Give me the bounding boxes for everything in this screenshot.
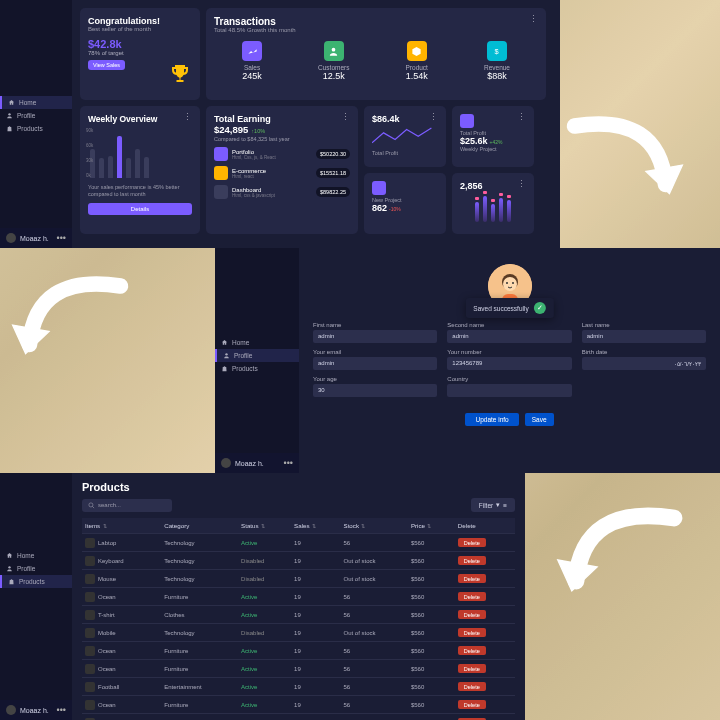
eq-bar: [475, 202, 479, 222]
row-value: $15521.18: [316, 168, 350, 178]
product-thumb: [85, 538, 95, 548]
sidebar-item-profile[interactable]: Profile: [0, 562, 72, 575]
field-number: Your number123456789: [447, 349, 571, 370]
sidebar-item-products[interactable]: Products: [0, 122, 72, 135]
last_name-input[interactable]: admin: [582, 330, 706, 343]
user-menu-icon[interactable]: •••: [284, 458, 293, 468]
delete-button[interactable]: Delete: [458, 556, 486, 565]
sidebar-item-profile[interactable]: Profile: [215, 349, 299, 362]
field-label: Country: [447, 376, 571, 382]
cell-category: Furniture: [161, 660, 238, 678]
delete-button[interactable]: Delete: [458, 682, 486, 691]
card-more-icon[interactable]: ⋮: [529, 14, 538, 24]
filter-button[interactable]: Filter ▾ ≡: [471, 498, 515, 512]
cell-status: Disabled: [238, 624, 291, 642]
bar: [135, 149, 140, 178]
card-more-icon[interactable]: ⋮: [429, 112, 438, 122]
col-price[interactable]: Price ⇅: [408, 518, 455, 534]
cell-price: $560: [408, 588, 455, 606]
cell-stock: Out of stock: [341, 624, 408, 642]
col-delete[interactable]: Delete: [455, 518, 515, 534]
eq-bar: [483, 196, 487, 222]
col-items[interactable]: Items ⇅: [82, 518, 161, 534]
table-row: LabtopTechnologyActive1956$560Delete: [82, 534, 515, 552]
age-input[interactable]: 30: [313, 384, 437, 397]
card-more-icon[interactable]: ⋮: [341, 112, 350, 122]
user-name: Moaaz h.: [20, 707, 49, 714]
birth-input[interactable]: ٠٥/٠٦/٢٠٢٣: [582, 357, 706, 370]
user-menu-icon[interactable]: •••: [57, 233, 66, 243]
weekly-note: Your sales performance is 45% better com…: [88, 184, 192, 198]
card-more-icon[interactable]: ⋮: [517, 112, 526, 122]
check-icon: ✓: [534, 302, 546, 314]
table-row: OceanFurnitureActive1956$560Delete: [82, 588, 515, 606]
user-bar[interactable]: Moaaz h. •••: [0, 700, 72, 720]
svg-point-0: [8, 113, 10, 115]
card-more-icon[interactable]: ⋮: [517, 179, 526, 189]
sidebar-item-products[interactable]: Products: [0, 575, 72, 588]
sidebar-item-products[interactable]: Products: [215, 362, 299, 375]
delete-button[interactable]: Delete: [458, 664, 486, 673]
col-sales[interactable]: Sales ⇅: [291, 518, 340, 534]
field-birth: Birth date٠٥/٠٦/٢٠٢٣: [582, 349, 706, 370]
card-more-icon[interactable]: ⋮: [183, 112, 192, 122]
col-category[interactable]: Category: [161, 518, 238, 534]
delete-button[interactable]: Delete: [458, 700, 486, 709]
cell-name: Keyboard: [82, 552, 161, 570]
bar: [126, 158, 131, 178]
sidebar-item-profile[interactable]: Profile: [0, 109, 72, 122]
project-delta: -10%: [389, 206, 401, 212]
product-thumb: [85, 610, 95, 620]
delete-button[interactable]: Delete: [458, 592, 486, 601]
product-thumb: [85, 700, 95, 710]
cell-status: Active: [238, 660, 291, 678]
number-input[interactable]: 123456789: [447, 357, 571, 370]
save-button[interactable]: Save: [525, 413, 554, 426]
first_name-input[interactable]: admin: [313, 330, 437, 343]
congrats-card: Congratulations! Best seller of the mont…: [80, 8, 200, 100]
cell-price: $560: [408, 696, 455, 714]
second_name-input[interactable]: admin: [447, 330, 571, 343]
sidebar-item-home[interactable]: Home: [215, 336, 299, 349]
table-row: OceanFurnitureActive1956$560Delete: [82, 714, 515, 721]
cell-status: Active: [238, 714, 291, 721]
svg-point-6: [503, 277, 517, 291]
cell-stock: 56: [341, 678, 408, 696]
table-row: MouseTechnologyDisabled19Out of stock$56…: [82, 570, 515, 588]
cell-category: Technology: [161, 624, 238, 642]
bar: [108, 156, 113, 178]
table-row: OceanFurnitureActive1956$560Delete: [82, 642, 515, 660]
transaction-product: Product1.54k: [406, 41, 428, 81]
search-input[interactable]: search...: [82, 499, 172, 512]
products-screenshot: HomeProfileProducts Moaaz h. ••• Product…: [0, 473, 525, 720]
table-row: MobileTechnologyDisabled19Out of stock$5…: [82, 624, 515, 642]
menu-icon: ≡: [503, 502, 507, 509]
col-status[interactable]: Status ⇅: [238, 518, 291, 534]
trans-label: Product: [406, 64, 428, 71]
delete-button[interactable]: Delete: [458, 628, 486, 637]
weekly-bar-chart: 90k60k30k0k: [88, 130, 192, 178]
view-sales-button[interactable]: View Sales: [88, 60, 125, 70]
toast-saved: Saved successfully ✓: [465, 298, 553, 318]
sparkline-chart: [372, 124, 438, 150]
trans-value: 12.5k: [318, 71, 349, 81]
details-button[interactable]: Details: [88, 203, 192, 215]
user-bar[interactable]: Moaaz h. •••: [215, 453, 299, 473]
svg-point-11: [89, 502, 93, 506]
email-input[interactable]: admin: [313, 357, 437, 370]
delete-button[interactable]: Delete: [458, 574, 486, 583]
sidebar-item-home[interactable]: Home: [0, 549, 72, 562]
update-info-button[interactable]: Update info: [465, 413, 518, 426]
user-bar[interactable]: Moaaz h. •••: [0, 228, 72, 248]
cell-sales: 19: [291, 606, 340, 624]
cell-category: Furniture: [161, 714, 238, 721]
country-input[interactable]: [447, 384, 571, 397]
col-stock[interactable]: Stock ⇅: [341, 518, 408, 534]
sidebar-item-home[interactable]: Home: [0, 96, 72, 109]
cell-price: $560: [408, 534, 455, 552]
delete-button[interactable]: Delete: [458, 610, 486, 619]
cell-stock: 56: [341, 606, 408, 624]
delete-button[interactable]: Delete: [458, 538, 486, 547]
user-menu-icon[interactable]: •••: [57, 705, 66, 715]
delete-button[interactable]: Delete: [458, 646, 486, 655]
